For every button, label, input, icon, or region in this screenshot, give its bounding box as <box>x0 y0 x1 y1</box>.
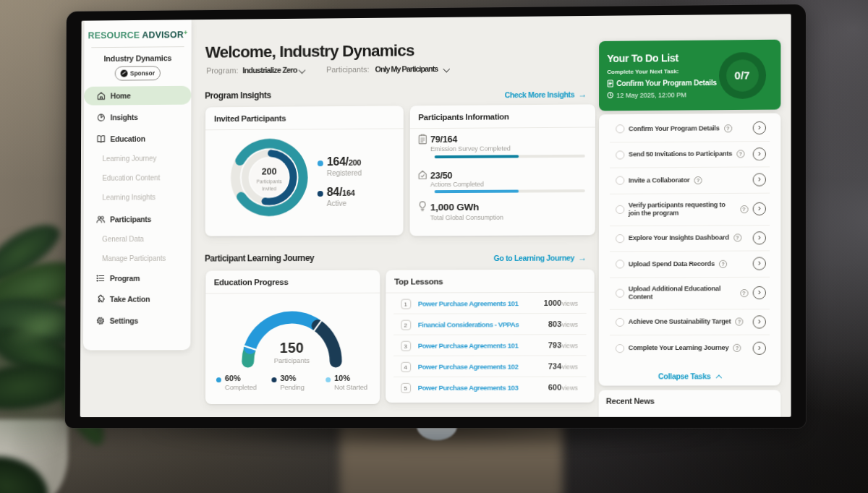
task-open-button[interactable] <box>753 341 766 354</box>
check-more-insights-link[interactable]: Check More Insights→ <box>505 89 587 100</box>
task-row[interactable]: Send 50 Invitations to Participants ? <box>610 142 770 168</box>
task-open-button[interactable] <box>753 257 766 270</box>
task-checkbox[interactable] <box>615 318 624 327</box>
consumption-label: Total Global Consumption <box>430 213 503 221</box>
logo-advisor: ADVISOR <box>142 30 184 40</box>
sidebar-item-home[interactable]: Home <box>84 86 191 106</box>
active-value: 84/164 <box>327 187 355 199</box>
lesson-link[interactable]: Power Purchase Agreements 101 <box>418 341 519 349</box>
help-icon[interactable]: ? <box>719 260 727 268</box>
divider <box>409 127 595 129</box>
pending-label: Pending <box>280 383 304 391</box>
task-open-button[interactable] <box>753 231 766 244</box>
task-open-button[interactable] <box>753 315 766 328</box>
participants-icon <box>95 214 106 224</box>
task-row[interactable]: Achieve One Sustainability Target ? <box>610 309 770 335</box>
document-icon <box>607 80 613 87</box>
sidebar-item-education-content[interactable]: Education Content <box>102 173 160 181</box>
task-checkbox[interactable] <box>616 124 624 133</box>
help-icon[interactable]: ? <box>740 289 748 297</box>
help-icon[interactable]: ? <box>736 150 744 158</box>
sidebar-item-settings[interactable]: Settings <box>83 311 190 330</box>
task-row[interactable]: Confirm Your Program Details ? <box>610 116 770 142</box>
program-filter-label: Program: <box>206 66 238 74</box>
task-open-button[interactable] <box>753 173 766 187</box>
task-row[interactable]: Upload Additional Educational Content ? <box>610 277 770 309</box>
sidebar-item-learning-insights[interactable]: Learning Insights <box>102 193 156 201</box>
not-started-label: Not Started <box>334 383 367 391</box>
sidebar-item-manage-participants[interactable]: Manage Participants <box>102 254 166 262</box>
task-checkbox[interactable] <box>616 150 624 159</box>
lesson-row[interactable]: 3 Power Purchase Agreements 101 793 view… <box>393 335 586 356</box>
task-open-button[interactable] <box>753 202 766 215</box>
lesson-row[interactable]: 2 Financial Considerations - VPPAs 803 v… <box>393 314 586 335</box>
help-icon[interactable]: ? <box>733 234 741 242</box>
task-row[interactable]: Upload Spend Data Records ? <box>610 251 770 278</box>
todo-title: Your To Do List <box>607 52 678 64</box>
task-row[interactable]: Verify participants requesting to join t… <box>610 193 770 226</box>
sponsor-badge[interactable]: Sponsor <box>115 66 161 80</box>
participants-filter-value[interactable]: Only My Participants <box>375 64 438 73</box>
actions-progress-fill <box>435 190 519 193</box>
task-label: Confirm Your Program Details <box>629 124 720 133</box>
active-caption: Active <box>327 200 355 207</box>
lesson-link[interactable]: Financial Considerations - VPPAs <box>418 320 519 328</box>
task-checkbox[interactable] <box>616 234 624 243</box>
task-checkbox[interactable] <box>616 176 624 185</box>
lesson-views: 793 <box>548 340 562 349</box>
completed-label: Completed <box>225 383 257 391</box>
task-row[interactable]: Invite a Collaborator ? <box>610 167 770 194</box>
help-icon[interactable]: ? <box>724 124 732 132</box>
sidebar-item-learning-journey[interactable]: Learning Journey <box>103 155 157 163</box>
chevron-down-icon[interactable] <box>299 67 305 73</box>
todo-subtitle: Complete Your Next Task: <box>607 68 678 75</box>
task-checkbox[interactable] <box>616 260 624 269</box>
sidebar-item-label: Participants <box>110 215 151 223</box>
program-icon <box>95 273 106 283</box>
pending-pct: 30% <box>280 374 296 382</box>
help-icon[interactable]: ? <box>733 344 741 352</box>
sidebar-item-program[interactable]: Program <box>83 268 190 287</box>
chevron-down-icon[interactable] <box>443 66 449 72</box>
lesson-row[interactable]: 1 Power Purchase Agreements 101 1000 vie… <box>393 293 586 314</box>
task-row[interactable]: Explore Your Insights Dashboard ? <box>610 226 770 252</box>
go-to-learning-journey-link[interactable]: Go to Learning Journey→ <box>494 252 587 263</box>
lesson-link[interactable]: Power Purchase Agreements 102 <box>418 362 519 370</box>
sidebar-item-participants[interactable]: Participants <box>84 210 191 229</box>
lesson-link[interactable]: Power Purchase Agreements 103 <box>418 383 519 391</box>
collapse-tasks-link[interactable]: Collapse Tasks <box>599 372 781 380</box>
task-row[interactable]: Complete Your Learning Journey ? <box>610 335 770 361</box>
lesson-link[interactable]: Power Purchase Agreements 101 <box>418 299 519 307</box>
todo-next-task-time-label: 12 May 2025, 12:00 PM <box>616 91 686 99</box>
help-icon[interactable]: ? <box>736 318 744 326</box>
task-label: Verify participants requesting to join t… <box>629 201 736 218</box>
actions-icon <box>418 169 427 180</box>
top-lessons-card: Top Lessons 1 Power Purchase Agreements … <box>386 270 595 403</box>
program-filter-value[interactable]: Industrialize Zero <box>242 65 297 74</box>
help-icon[interactable]: ? <box>694 176 702 184</box>
invited-participants-card: Invited Participants 200 Participants In… <box>205 106 404 236</box>
donut-center-label: 200 Participants Invited <box>252 166 286 192</box>
sidebar-item-general-data[interactable]: General Data <box>102 235 144 243</box>
sidebar-item-education[interactable]: Education <box>84 129 191 148</box>
lesson-views: 734 <box>548 361 562 370</box>
help-icon[interactable]: ? <box>740 205 748 213</box>
gauge-center-value: 150 <box>205 340 379 356</box>
registered-dot-icon <box>318 160 323 166</box>
completed-dot-icon <box>216 377 221 382</box>
task-label: Invite a Collaborator <box>629 176 690 185</box>
recent-news-title: Recent News <box>606 397 655 406</box>
lightbulb-icon <box>418 200 427 211</box>
task-open-button[interactable] <box>753 286 766 299</box>
task-open-button[interactable] <box>753 121 766 134</box>
task-open-button[interactable] <box>753 147 766 160</box>
task-checkbox[interactable] <box>616 205 624 214</box>
lesson-row[interactable]: 5 Power Purchase Agreements 103 600 view… <box>393 377 586 398</box>
task-checkbox[interactable] <box>615 344 624 353</box>
link-label: Go to Learning Journey <box>494 254 575 262</box>
arrow-right-icon: → <box>578 252 587 262</box>
task-checkbox[interactable] <box>616 289 624 298</box>
sidebar-item-insights[interactable]: Insights <box>84 107 191 127</box>
lesson-row[interactable]: 4 Power Purchase Agreements 102 734 view… <box>393 356 586 377</box>
sidebar-item-take-action[interactable]: Take Action <box>83 290 190 309</box>
